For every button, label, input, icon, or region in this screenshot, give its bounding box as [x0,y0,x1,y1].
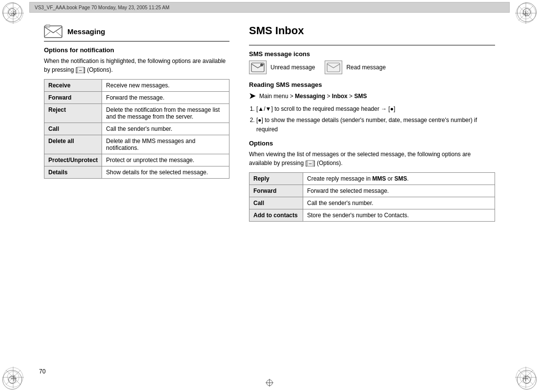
sms-inbox-title: SMS Inbox [249,24,495,37]
table-row: Protect/Unprotect Protect or unprotect t… [44,154,229,166]
sms-options-section: Options When viewing the list of message… [249,140,495,222]
table-cell-label: Forward [44,92,102,104]
unread-message-label: Unread message [270,64,315,71]
table-cell-value: Delete all the MMS messages and notifica… [102,135,229,154]
svg-line-5 [56,32,62,37]
right-column: SMS Inbox SMS message icons [249,24,495,368]
svg-line-4 [44,32,50,37]
svg-rect-6 [46,24,50,27]
reading-sms-section: Reading SMS messages ➤ Main menu > Messa… [249,81,495,135]
starburst-tr [514,1,538,27]
envelope-icon [44,24,62,38]
two-column-layout: Messaging Options for notification When … [44,24,495,368]
svg-rect-9 [327,63,340,72]
sms-inbox-header: SMS Inbox [249,24,495,45]
table-cell-value: Store the sender's number to Contacts. [303,209,495,221]
options-notification-body: When the notification is highlighted, th… [44,57,229,74]
options-notification-section: Options for notification When the notifi… [44,46,229,179]
unread-icon [249,61,267,74]
table-cell-value: Protect or unprotect the message. [102,154,229,166]
left-column: Messaging Options for notification When … [44,24,229,368]
table-cell-label: Receive [44,80,102,92]
table-row: Add to contacts Store the sender's numbe… [249,209,495,221]
sms-options-table: Reply Create reply message in MMS or SMS… [249,172,495,222]
list-item: [▲/▼] to scroll to the required message … [256,104,495,114]
table-cell-value: Receive new messages. [102,80,229,92]
table-row: Forward Forward the selected message. [249,185,495,197]
starburst-tl [1,1,25,27]
steps-list: [▲/▼] to scroll to the required message … [256,104,495,135]
table-cell-label: Add to contacts [249,209,303,221]
table-row: Delete all Delete all the MMS messages a… [44,135,229,154]
svg-rect-3 [44,26,62,38]
table-cell-label: Call [249,197,303,209]
nav-line: ➤ Main menu > Messaging > Inbox > SMS [249,91,495,101]
read-message-label: Read message [346,64,386,71]
section-title: Messaging [67,27,105,36]
section-header: Messaging [44,24,229,41]
svg-point-8 [260,63,263,66]
table-cell-value: Forward the selected message. [303,185,495,197]
table-cell-label: Protect/Unprotect [44,154,102,166]
table-row: Reject Delete the notification from the … [44,104,229,123]
table-cell-value: Create reply message in MMS or SMS. [303,172,495,185]
message-icons-row: Unread message Read message [249,61,495,74]
table-cell-value: Call the sender's number. [303,197,495,209]
table-row: Call Call the sender's number. [44,123,229,135]
top-bar: VS3_VF_AAA.book Page 70 Monday, May 23, … [29,2,510,13]
list-item: [●] to show the message details (sender'… [256,116,495,134]
table-cell-label: Call [44,123,102,135]
starburst-br [514,365,538,391]
table-cell-label: Reject [44,104,102,123]
main-content: Messaging Options for notification When … [29,15,510,377]
read-icon [325,61,342,74]
table-row: Receive Receive new messages. [44,80,229,92]
nav-text: Main menu > Messaging > Inbox > SMS [259,93,367,100]
table-cell-value: Forward the message. [102,92,229,104]
read-message-item: Read message [325,61,386,74]
table-row: Details Show details for the selected me… [44,166,229,179]
table-cell-value: Delete the notification from the message… [102,104,229,123]
table-cell-value: Show details for the selected message. [102,166,229,179]
table-cell-label: Details [44,166,102,179]
top-bar-text: VS3_VF_AAA.book Page 70 Monday, May 23, … [35,5,169,10]
starburst-bl [1,365,25,391]
sms-icons-section: SMS message icons Unread message [249,50,495,74]
options-table: Receive Receive new messages. Forward Fo… [44,79,229,179]
table-row: Reply Create reply message in MMS or SMS… [249,172,495,185]
sms-icons-title: SMS message icons [249,50,495,58]
center-cross-bottom [266,379,273,388]
table-cell-value: Call the sender's number. [102,123,229,135]
sms-options-title: Options [249,140,495,147]
table-cell-label: Forward [249,185,303,197]
sms-options-body: When viewing the list of messages or the… [249,150,495,167]
table-row: Call Call the sender's number. [249,197,495,209]
reading-sms-title: Reading SMS messages [249,81,495,88]
table-cell-label: Reply [249,172,303,185]
table-cell-label: Delete all [44,135,102,154]
options-notification-title: Options for notification [44,46,229,54]
table-row: Forward Forward the message. [44,92,229,104]
unread-message-item: Unread message [249,61,315,74]
